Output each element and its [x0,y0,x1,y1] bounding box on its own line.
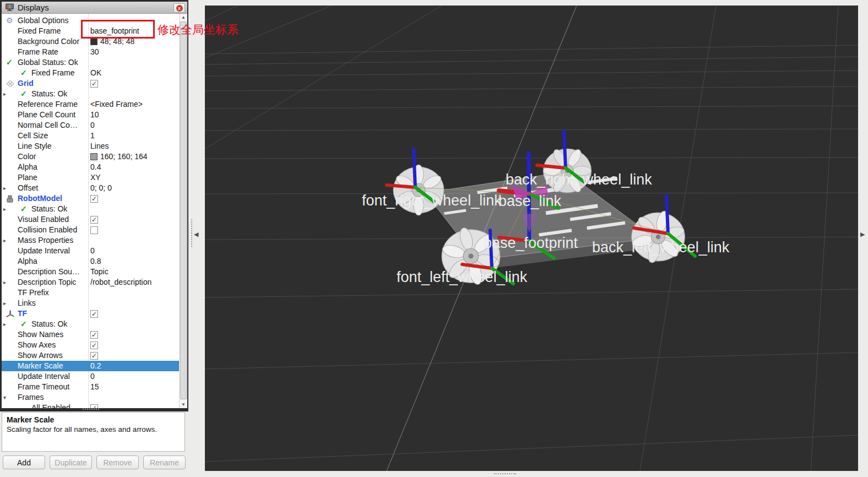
property-value[interactable]: ✓ [90,350,178,361]
property-value[interactable]: <Fixed Frame> [90,99,178,110]
property-value[interactable]: 1 [90,131,178,141]
tree-row[interactable]: Show Names✓ [2,329,179,340]
tree-row[interactable]: Show Axes✓ [2,340,179,350]
color-swatch[interactable] [90,153,97,160]
tree-row[interactable]: Cell Size1 [2,131,179,141]
property-value[interactable]: ✓ [90,308,178,319]
tree-row[interactable]: Update Interval0 [2,371,179,382]
tree-row[interactable]: ▾Frames [2,392,179,403]
chevron-right-icon[interactable]: ▸ [3,319,9,329]
tree-row[interactable]: All Enabled✓ [2,403,179,408]
right-splitter[interactable]: ▶ [858,0,868,477]
tree-row[interactable]: TF✓ [2,308,179,319]
property-value[interactable]: XY [90,172,178,183]
property-value[interactable] [90,319,178,329]
tree-row[interactable]: RobotModel✓ [2,193,179,204]
property-value[interactable] [90,57,178,68]
property-value[interactable] [90,235,178,246]
bottom-splitter[interactable] [205,471,858,477]
property-value[interactable]: ✓ [90,78,178,89]
panel-resize-grip[interactable] [83,409,99,410]
tree-row[interactable]: Normal Cell Co…0 [2,120,179,131]
property-value[interactable] [90,204,178,214]
tree-row[interactable]: Reference Frame<Fixed Frame> [2,99,179,110]
property-value[interactable]: Topic [90,267,178,277]
tree-row[interactable]: ▸Offset0; 0; 0 [2,183,179,193]
splitter-grip[interactable] [494,473,516,474]
chevron-right-icon[interactable]: ▸ [3,204,9,214]
property-value[interactable]: /robot_description [90,277,178,288]
property-value[interactable]: 0 [90,246,178,256]
tree-row[interactable]: ▸Links [2,298,179,308]
color-swatch[interactable] [90,38,97,45]
displays-panel-titlebar[interactable]: Displays x [2,2,187,14]
checkbox[interactable] [90,226,98,234]
property-value[interactable]: ✓ [90,214,178,225]
close-panel-button[interactable]: x [173,3,185,13]
collapse-left-icon[interactable]: ◀ [194,231,198,238]
tree-row[interactable]: ✓Fixed FrameOK [2,68,179,78]
tree-row[interactable]: Plane Cell Count10 [2,110,179,120]
chevron-right-icon[interactable]: ▸ [3,298,9,308]
scrollbar-thumb[interactable] [180,21,187,399]
property-value[interactable]: 0 [90,371,178,382]
property-value[interactable]: Lines [90,141,178,151]
scroll-up-icon[interactable]: ▲ [180,14,187,21]
property-value[interactable]: ✓ [90,403,178,408]
property-value[interactable] [90,225,178,235]
chevron-right-icon[interactable]: ▸ [3,89,9,99]
checkbox[interactable]: ✓ [90,342,98,349]
tree-row[interactable]: ▸Mass Properties [2,235,179,246]
tree-row[interactable]: Frame Timeout15 [2,382,179,392]
chevron-down-icon[interactable]: ▾ [3,392,9,403]
tree-row[interactable]: ▸✓Status: Ok [2,319,179,329]
checkbox[interactable]: ✓ [90,216,98,224]
checkbox[interactable]: ✓ [90,331,98,339]
duplicate-button[interactable]: Duplicate [50,456,92,469]
property-value[interactable]: 30 [90,47,178,57]
property-value[interactable]: ✓ [90,340,178,350]
tree-row[interactable]: ▸Description Topic/robot_description [2,277,179,288]
add-button[interactable]: Add [3,456,45,469]
scroll-down-icon[interactable]: ▼ [180,401,187,408]
tree-row[interactable]: ✓Global Status: Ok [2,57,179,68]
property-value[interactable]: OK [90,68,178,78]
property-value[interactable] [90,288,178,298]
property-value[interactable]: 0 [90,120,178,131]
vertical-scrollbar[interactable]: ▲ ▼ [179,14,187,408]
checkbox[interactable]: ✓ [90,80,98,88]
tree-row[interactable]: TF Prefix [2,288,179,298]
tree-row[interactable]: ▸✓Status: Ok [2,204,179,214]
collapse-right-icon[interactable]: ▶ [860,231,865,238]
property-value[interactable]: 10 [90,110,178,120]
property-value[interactable]: 15 [90,382,178,392]
tree-row[interactable]: Show Arrows✓ [2,350,179,361]
property-value[interactable]: ✓ [90,193,178,204]
property-value[interactable] [90,89,178,99]
property-value[interactable] [90,392,178,403]
tree-row[interactable]: Alpha0.4 [2,162,179,172]
tree-row[interactable]: PlaneXY [2,172,179,183]
chevron-right-icon[interactable]: ▸ [3,277,9,288]
tree-row[interactable]: Marker Scale0.2 [2,361,179,371]
tree-row[interactable]: Update Interval0 [2,246,179,256]
remove-button[interactable]: Remove [96,456,139,469]
checkbox[interactable]: ✓ [90,195,98,203]
rename-button[interactable]: Rename [143,456,186,469]
splitter-grip[interactable] [191,219,192,247]
tree-row[interactable]: Line StyleLines [2,141,179,151]
tree-row[interactable]: ▸✓Status: Ok [2,89,179,99]
property-value[interactable]: ✓ [90,329,178,340]
tree-row[interactable]: Frame Rate30 [2,47,179,57]
checkbox[interactable]: ✓ [90,404,98,409]
chevron-right-icon[interactable]: ▸ [3,183,9,193]
property-value[interactable]: 0; 0; 0 [90,183,178,193]
checkbox[interactable]: ✓ [90,352,98,360]
tree-row[interactable]: Grid✓ [2,78,179,89]
chevron-right-icon[interactable]: ▸ [3,235,9,246]
tree-row[interactable]: Collision Enabled [2,225,179,235]
property-value[interactable] [90,298,178,308]
property-value[interactable]: 160; 160; 164 [90,151,178,162]
property-value[interactable]: 0.2 [90,361,178,371]
tree-row[interactable]: Alpha0.8 [2,256,179,267]
